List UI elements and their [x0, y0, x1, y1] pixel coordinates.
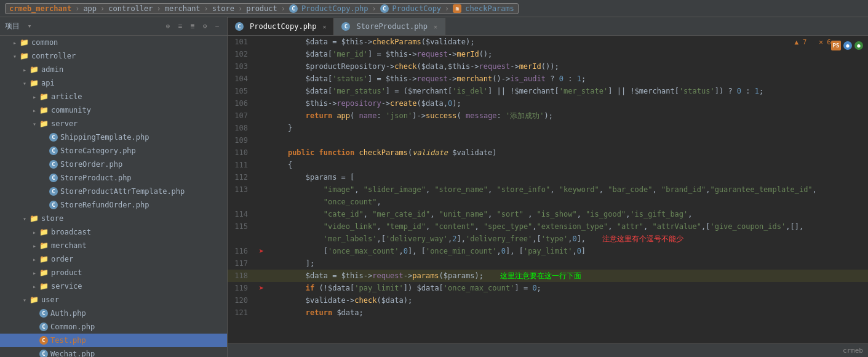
code-line-109: 109: [228, 134, 868, 146]
sidebar-item-shippingtemplate[interactable]: C ShippingTemplate.php: [0, 130, 227, 144]
code-line-119: 119 ➤ if (!$data['pay_limit']) $data['on…: [228, 282, 868, 294]
locate-icon[interactable]: ⊕: [163, 22, 173, 31]
breadcrumb: crmeb_merchant › app › controller › merc…: [5, 3, 519, 14]
arrow-store: [20, 215, 30, 222]
arrow-116: ➤: [259, 246, 264, 256]
sidebar-item-storeorder[interactable]: C StoreOrder.php: [0, 158, 227, 171]
arrow-119: ➤: [259, 283, 264, 293]
sidebar-item-user[interactable]: 📁 user: [0, 293, 227, 307]
arrow-article: [30, 94, 39, 100]
tab-label-productcopy: ProductCopy.php: [250, 22, 316, 31]
sidebar-item-order[interactable]: 📁 order: [0, 252, 227, 266]
arrow-order: [30, 256, 39, 263]
sidebar-item-common-php[interactable]: C Common.php: [0, 320, 227, 334]
sidebar-item-article[interactable]: 📁 article: [0, 90, 227, 103]
arrow-broadcast: [30, 229, 39, 236]
folder-icon-merchant: 📁: [39, 241, 49, 250]
sidebar: 项目 ▾ ⊕ ≡ ≣ ⚙ − 📁 common 📁 controller 📁 a: [0, 17, 228, 357]
sidebar-item-common[interactable]: 📁 common: [0, 36, 227, 49]
tab-close-storeproduct[interactable]: ✕: [434, 23, 437, 30]
sidebar-item-controller[interactable]: 📁 controller: [0, 49, 227, 63]
file-icon-storeproduct: C: [49, 174, 58, 182]
settings-icon[interactable]: ⚙: [200, 22, 210, 31]
code-line-113b: "once_count",: [228, 196, 868, 208]
code-container[interactable]: PS ● ● ▲ 7 ✕ 6 101 $data = $this->checkP…: [228, 36, 868, 343]
arrow-controller: [10, 53, 20, 60]
code-line-110: 110 public function checkParams(validate…: [228, 146, 868, 159]
folder-icon-store: 📁: [30, 214, 39, 223]
code-line-115b: 'mer_labels',['delivery_way',2],'deliver…: [228, 233, 868, 245]
file-icon-storeorder: C: [49, 160, 58, 169]
arrow-community: [30, 107, 39, 114]
code-line-118: 118 $data = $this->request->params($para…: [228, 270, 868, 282]
tab-bar: C ProductCopy.php ✕ C StoreProduct.php ✕: [228, 17, 868, 36]
tab-icon-productcopy: C: [235, 22, 244, 31]
file-icon-common-php: C: [39, 323, 48, 331]
tab-label-storeproduct: StoreProduct.php: [356, 22, 428, 31]
title-highlight: crmeb_merchant › app › controller › merc…: [5, 3, 519, 14]
sidebar-item-merchant[interactable]: 📁 merchant: [0, 239, 227, 252]
tab-icon-storeproduct: C: [341, 22, 350, 31]
status-bar: crmeb: [228, 343, 868, 357]
arrow-service: [30, 283, 39, 290]
folder-icon-api: 📁: [30, 79, 39, 87]
code-line-108: 108 }: [228, 122, 868, 134]
code-line-120: 120 $validate->check($data);: [228, 294, 868, 307]
sidebar-item-storeproductattrtemplate[interactable]: C StoreProductAttrTemplate.php: [0, 185, 227, 198]
sidebar-item-wechat[interactable]: C Wechat.php: [0, 347, 227, 357]
status-text: crmeb: [843, 347, 863, 355]
sidebar-item-community[interactable]: 📁 community: [0, 103, 227, 117]
file-icon-wechat: C: [39, 350, 48, 357]
arrow-product: [30, 270, 39, 276]
sidebar-item-auth[interactable]: C Auth.php: [0, 307, 227, 320]
code-line-101: 101 $data = $this->checkParams($validate…: [228, 36, 868, 48]
arrow-admin: [20, 66, 30, 73]
file-icon-storecategory: C: [49, 146, 58, 155]
tab-productcopy[interactable]: C ProductCopy.php ✕: [228, 18, 334, 35]
sidebar-item-api[interactable]: 📁 api: [0, 76, 227, 90]
sidebar-label: 项目: [5, 21, 20, 31]
folder-icon-broadcast: 📁: [39, 228, 49, 236]
code-line-114: 114 "cate_id", "mer_cate_id", "unit_name…: [228, 208, 868, 220]
arrow-server: [30, 121, 39, 127]
file-icon-test: C: [39, 336, 48, 345]
arrow-api: [20, 80, 30, 87]
folder-icon-article: 📁: [39, 92, 49, 101]
sidebar-item-test[interactable]: C Test.php: [0, 334, 227, 347]
sidebar-item-storeproduct[interactable]: C StoreProduct.php: [0, 171, 227, 185]
arrow-common: [10, 39, 20, 46]
folder-icon-admin: 📁: [30, 65, 39, 74]
tab-storeproduct[interactable]: C StoreProduct.php ✕: [334, 18, 445, 35]
folder-icon-controller: 📁: [20, 52, 29, 60]
code-line-116: 116 ➤ ['once_max_count',0], ['once_min_c…: [228, 245, 868, 257]
collapse-all-icon[interactable]: ≡: [175, 22, 185, 31]
arrow-user: [20, 297, 30, 303]
file-icon-storeproductattrtemplate: C: [49, 187, 58, 196]
close-sidebar-icon[interactable]: −: [212, 22, 222, 31]
folder-icon-user: 📁: [30, 295, 39, 304]
sidebar-item-storecategory[interactable]: C StoreCategory.php: [0, 144, 227, 158]
code-line-107: 107 return app( name: 'json')->success( …: [228, 110, 868, 122]
file-icon-shippingtemplate: C: [49, 133, 58, 142]
folder-icon-server: 📁: [39, 119, 49, 128]
file-icon-storerefundorder: C: [49, 201, 58, 209]
sidebar-item-broadcast[interactable]: 📁 broadcast: [0, 225, 227, 239]
sidebar-item-storerefundorder[interactable]: C StoreRefundOrder.php: [0, 198, 227, 212]
sidebar-item-admin[interactable]: 📁 admin: [0, 63, 227, 76]
sidebar-item-service[interactable]: 📁 service: [0, 279, 227, 293]
folder-icon-product: 📁: [39, 268, 49, 277]
file-c-icon: C: [289, 4, 298, 13]
expand-all-icon[interactable]: ≣: [188, 22, 197, 31]
sidebar-item-server[interactable]: 📁 server: [0, 117, 227, 130]
file-c-icon2: C: [380, 4, 389, 13]
file-icon-auth: C: [39, 309, 48, 318]
tab-close-productcopy[interactable]: ✕: [322, 23, 326, 30]
code-line-102: 102 $data['mer_id'] = $this->request->me…: [228, 48, 868, 60]
code-line-111: 111 {: [228, 159, 868, 171]
method-icon: m: [453, 4, 461, 13]
code-line-104: 104 $data['status'] = $this->request->me…: [228, 73, 868, 85]
sidebar-item-store[interactable]: 📁 store: [0, 212, 227, 225]
dropdown-icon[interactable]: ▾: [25, 22, 34, 31]
code-line-115: 115 "video_link", "temp_id", "content", …: [228, 220, 868, 233]
sidebar-item-product[interactable]: 📁 product: [0, 266, 227, 279]
